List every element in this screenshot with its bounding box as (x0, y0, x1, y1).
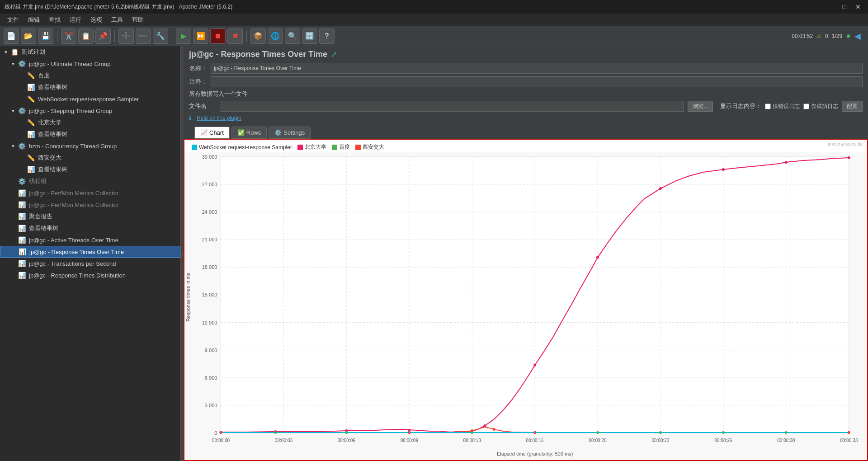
legend-label-beida: 北京大学 (305, 143, 326, 151)
tree-panel: ▼ 📋 测试计划 ▼ ⚙️ jp@gc - Ultimate Thread Gr… (0, 46, 181, 461)
toolbar: 📄 📂 💾 ✂️ 📋 📌 ➕ ➖ 🔧 ▶ ⏩ ⏹ ✖ 📦 🌐 🔍 🔡 ? 00:… (0, 26, 868, 46)
shutdown-button[interactable]: ✖ (227, 28, 243, 44)
error-log-checkbox[interactable] (765, 103, 771, 109)
tree-icon-listener2: 📊 (27, 131, 36, 138)
copy-button[interactable]: 📋 (78, 28, 94, 44)
tree-icon-settings: ⚙️ (18, 60, 27, 67)
rows-tab-label: Rows (246, 129, 261, 136)
menu-search[interactable]: 查找 (45, 14, 64, 26)
svg-text:6 000: 6 000 (205, 375, 217, 381)
menu-file[interactable]: 文件 (4, 14, 23, 26)
help-button[interactable]: ? (319, 28, 335, 44)
comment-row: 注释： (189, 76, 863, 87)
success-log-checkbox[interactable] (803, 103, 809, 109)
main-layout: ▼ 📋 测试计划 ▼ ⚙️ jp@gc - Ultimate Thread Gr… (0, 46, 868, 461)
file-label: 文件名 (189, 102, 216, 110)
tree-label: 西安交大 (38, 154, 61, 162)
start-no-pause-button[interactable]: ⏩ (193, 28, 208, 44)
tree-label: 线程组 (29, 177, 47, 185)
tab-chart[interactable]: 📈 Chart (194, 127, 230, 139)
reset-button[interactable]: 🔧 (153, 28, 168, 44)
template-button[interactable]: 📦 (250, 28, 266, 44)
tree-item-perfmon2[interactable]: 📊 jp@gc - PerfMon Metrics Collector (0, 199, 180, 211)
tree-icon-sampler: ✏️ (27, 72, 36, 79)
tree-item-view3[interactable]: 📊 查看结果树 (0, 164, 180, 175)
expand-button[interactable]: ⤢ (331, 50, 337, 59)
chart-tab-label: Chart (209, 129, 224, 136)
tree-item-response-times[interactable]: 📊 jp@gc - Response Times Over Time (0, 246, 180, 258)
tree-item-ws-sampler[interactable]: ✏️ WebSocket request-response Sampler (0, 93, 180, 105)
collapse-button[interactable]: ➖ (136, 28, 151, 44)
settings-tab-icon: ⚙️ (274, 129, 282, 136)
menu-tools[interactable]: 工具 (108, 14, 127, 26)
right-panel: jp@gc - Response Times Over Time ⤢ 名称： 注… (184, 46, 868, 461)
comment-label: 注释： (189, 78, 207, 86)
tree-icon-tps: 📊 (18, 260, 27, 267)
tree-icon-pm2: 📊 (18, 201, 27, 208)
menu-edit[interactable]: 编辑 (24, 14, 43, 26)
minimize-btn[interactable]: ─ (826, 2, 836, 11)
tree-item-beida[interactable]: ✏️ 北京大学 (0, 117, 180, 128)
remote-button[interactable]: 🌐 (268, 28, 283, 44)
svg-text:0: 0 (214, 430, 217, 436)
new-button[interactable]: 📄 (4, 28, 19, 44)
title-bar-controls[interactable]: ─ □ ✕ (826, 2, 863, 11)
expand-button[interactable]: ➕ (118, 28, 134, 44)
svg-text:12 000: 12 000 (202, 320, 217, 325)
tree-item-view2[interactable]: 📊 查看结果树 (0, 128, 180, 140)
menu-run[interactable]: 运行 (66, 14, 85, 26)
start-button[interactable]: ▶ (176, 28, 191, 44)
point-baidu (345, 431, 348, 434)
log-content-label: 显示日志内容： (720, 102, 761, 110)
func-helper-button[interactable]: 🔡 (302, 28, 317, 44)
save-button[interactable]: 💾 (38, 28, 53, 44)
tab-settings[interactable]: ⚙️ Settings (269, 127, 311, 139)
tree-item-thread-group[interactable]: ⚙️ 线程组 (0, 175, 180, 187)
tree-icon-agg: 📊 (18, 213, 27, 220)
tree-item-view1[interactable]: 📊 查看结果树 (0, 81, 180, 93)
tree-label: jp@gc - Response Times Distribution (29, 272, 126, 279)
paste-button[interactable]: 📌 (95, 28, 111, 44)
logs-button[interactable]: 🔍 (285, 28, 300, 44)
tree-item-perfmon1[interactable]: 📊 jp@gc - PerfMon Metrics Collector (0, 187, 180, 199)
point-beida (722, 168, 725, 171)
tree-item-response-dist[interactable]: 📊 jp@gc - Response Times Distribution (0, 269, 180, 281)
close-btn[interactable]: ✕ (853, 2, 863, 11)
help-row: ℹ Help on this plugin (189, 114, 863, 121)
stop-button[interactable]: ⏹ (210, 28, 226, 44)
point-baidu (659, 431, 662, 434)
tree-item-xijiao[interactable]: ✏️ 西安交大 (0, 152, 180, 164)
svg-text:18 000: 18 000 (202, 264, 217, 270)
tree-item-stepping[interactable]: ▼ ⚙️ jp@gc - Stepping Thread Group (0, 105, 180, 117)
name-input[interactable] (211, 63, 863, 74)
tree-item-active-threads[interactable]: 📊 jp@gc - Active Threads Over Time (0, 234, 180, 246)
tree-item-transactions[interactable]: 📊 jp@gc - Transactions per Second (0, 258, 180, 269)
menu-help[interactable]: 帮助 (128, 14, 147, 26)
open-button[interactable]: 📂 (21, 28, 36, 44)
point-baidu (722, 431, 725, 434)
tree-item-aggregate[interactable]: 📊 聚合报告 (0, 211, 180, 222)
cut-button[interactable]: ✂️ (61, 28, 76, 44)
tree-label: 查看结果树 (38, 130, 67, 138)
comment-input[interactable] (211, 76, 863, 87)
tree-item-ultimate[interactable]: ▼ ⚙️ jp@gc - Ultimate Thread Group (0, 58, 180, 70)
tree-item-test-plan[interactable]: ▼ 📋 测试计划 (0, 46, 180, 58)
menu-options[interactable]: 选项 (87, 14, 106, 26)
point-baidu (274, 431, 277, 434)
tree-item-baidu[interactable]: ✏️ 百度 (0, 70, 180, 81)
tab-rows[interactable]: ✅ Rows (231, 127, 267, 139)
browse-button[interactable]: 浏览... (688, 101, 713, 112)
all-data-row: 所有数据写入一个文件 (189, 90, 863, 98)
help-link[interactable]: Help on this plugin (197, 115, 241, 121)
tree-item-view4[interactable]: 📊 查看结果树 (0, 222, 180, 234)
file-input[interactable] (220, 101, 684, 112)
name-label: 名称： (189, 64, 207, 72)
plugin-header: jp@gc - Response Times Over Time ⤢ 名称： 注… (184, 46, 868, 139)
tree-item-concurrency[interactable]: ▼ ⚙️ bzm - Concurrency Thread Group (0, 140, 180, 152)
svg-text:00:00:09: 00:00:09 (401, 438, 419, 443)
config-button[interactable]: 配置 (842, 101, 863, 112)
point-beida (533, 364, 536, 367)
info-icon: ℹ (189, 114, 191, 121)
tree-arrow: ▼ (4, 50, 11, 55)
maximize-btn[interactable]: □ (840, 2, 849, 11)
